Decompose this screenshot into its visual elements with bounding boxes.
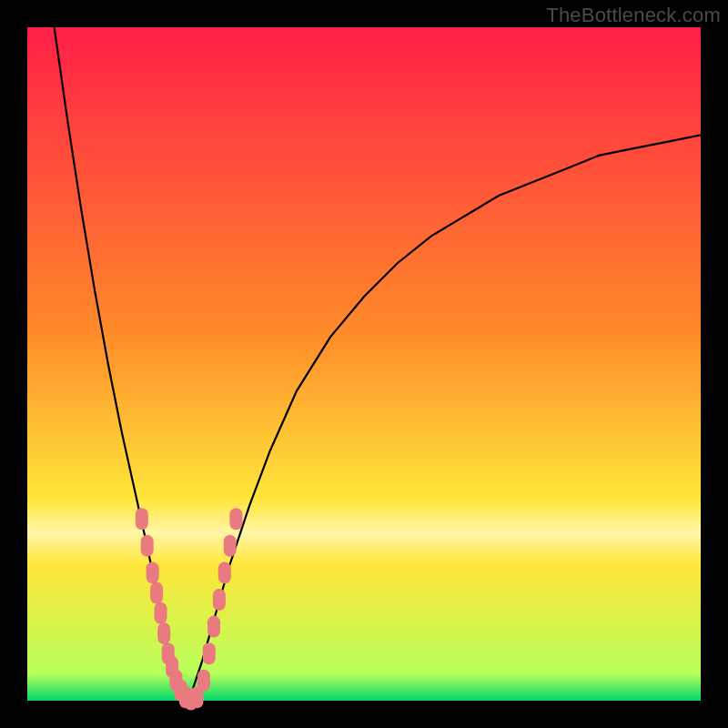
marker-point [224, 535, 237, 557]
watermark-text: TheBottleneck.com [546, 4, 721, 27]
marker-point [136, 508, 148, 530]
curve-left-branch [55, 27, 189, 701]
marker-point [155, 602, 167, 624]
marker-point [207, 616, 220, 638]
marker-point [229, 508, 242, 530]
marker-point [203, 642, 216, 664]
curve-right-branch [189, 135, 701, 701]
marker-point [150, 582, 163, 604]
marker-point [141, 535, 154, 557]
chart-frame: TheBottleneck.com [0, 0, 728, 728]
marker-point [213, 589, 226, 611]
marker-point [147, 561, 159, 583]
curves-svg [27, 27, 701, 701]
marker-point [218, 561, 231, 583]
marker-point [157, 622, 170, 644]
plot-area [27, 27, 701, 701]
marker-point [197, 670, 210, 692]
